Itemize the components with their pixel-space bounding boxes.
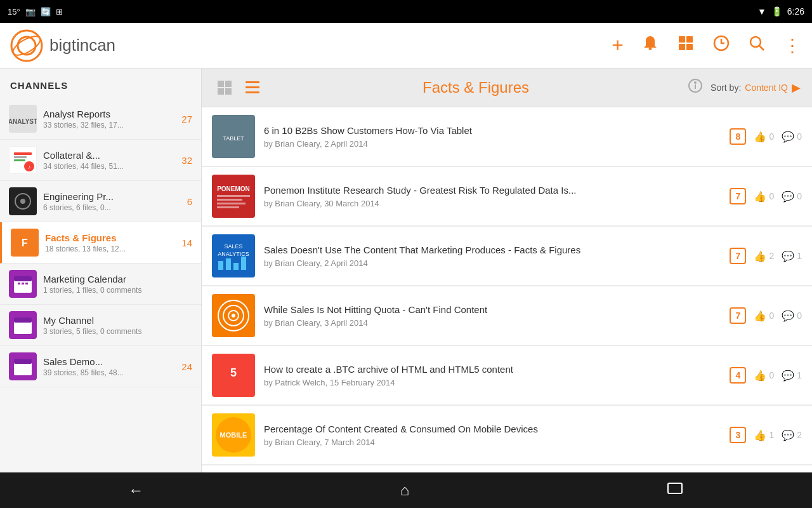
svg-rect-16 xyxy=(14,159,25,161)
channel-info: Collateral &... 34 stories, 44 files, 51… xyxy=(43,150,172,171)
channel-info: My Channel 3 stories, 5 files, 0 comment… xyxy=(43,315,192,336)
comment-area: 💬 0 xyxy=(782,190,802,203)
recents-button[interactable] xyxy=(666,481,684,499)
story-title: Percentage Of Content Created & Consumed… xyxy=(264,423,730,436)
svg-point-45 xyxy=(695,82,696,83)
more-button[interactable]: ⋮ xyxy=(783,35,802,56)
history-button[interactable] xyxy=(712,34,730,57)
story-item[interactable]: While Sales Is Not Hitting Quota - Can't… xyxy=(202,286,812,345)
sort-area[interactable]: Sort by: Content IQ ▶ xyxy=(710,81,801,95)
channel-meta: 6 stories, 6 files, 0... xyxy=(43,203,172,212)
story-thumbnail: TABLET xyxy=(212,115,255,158)
iq-badge: 8 xyxy=(730,128,746,145)
channel-item-collateral[interactable]: ♪ Collateral &... 34 stories, 44 files, … xyxy=(0,140,201,181)
iq-badge: 7 xyxy=(730,307,746,324)
like-icon: 👍 xyxy=(754,131,766,143)
svg-point-3 xyxy=(649,48,652,50)
like-area: 👍 2 xyxy=(754,250,774,262)
channel-info: Engineering Pr... 6 stories, 6 files, 0.… xyxy=(43,191,172,212)
story-author: by Brian Cleary, 2 April 2014 xyxy=(264,139,730,149)
sort-label: Sort by: xyxy=(710,83,741,93)
info-icon[interactable] xyxy=(688,78,703,97)
like-area: 👍 0 xyxy=(754,310,774,322)
svg-rect-28 xyxy=(22,283,24,284)
channel-item-sales-demo[interactable]: Sales Demo... 39 stories, 85 files, 48..… xyxy=(0,346,201,387)
comment-count: 0 xyxy=(797,311,802,321)
channel-meta: 39 stories, 85 files, 48... xyxy=(43,368,172,377)
status-right: ▼ 🔋 6:26 xyxy=(757,6,804,17)
svg-rect-57 xyxy=(218,261,223,270)
app-logo xyxy=(10,29,43,62)
svg-rect-50 xyxy=(217,195,250,197)
channel-item-analyst-reports[interactable]: ANALYST Analyst Reports 33 stories, 32 f… xyxy=(0,98,201,140)
svg-line-10 xyxy=(759,46,764,50)
notifications-button[interactable] xyxy=(641,34,659,57)
story-thumbnail: SALESANALYTICS xyxy=(212,234,255,277)
channel-thumb xyxy=(9,270,37,298)
channel-name: Collateral &... xyxy=(43,150,172,161)
story-item[interactable]: MOBILE Percentage Of Content Created & C… xyxy=(202,406,812,464)
channel-thumb xyxy=(9,187,37,215)
svg-rect-32 xyxy=(14,318,32,323)
like-count: 0 xyxy=(769,191,774,201)
story-title: Ponemon Institute Research Study - Great… xyxy=(264,184,730,197)
iq-badge: 4 xyxy=(730,367,746,384)
svg-rect-5 xyxy=(686,36,693,43)
story-item[interactable]: PONEMON Ponemon Institute Research Study… xyxy=(202,167,812,225)
svg-text:MOBILE: MOBILE xyxy=(220,431,247,439)
story-info: Sales Doesn't Use The Content That Marke… xyxy=(264,244,730,269)
svg-rect-38 xyxy=(218,88,224,95)
svg-point-65 xyxy=(232,314,235,318)
header-actions: + ⋮ xyxy=(612,34,802,57)
svg-text:5: 5 xyxy=(230,366,237,379)
list-view-toggle[interactable] xyxy=(241,76,264,99)
home-button[interactable]: ⌂ xyxy=(400,481,410,499)
clock: 6:26 xyxy=(787,6,804,17)
channel-item-my-channel[interactable]: My Channel 3 stories, 5 files, 0 comment… xyxy=(0,305,201,346)
story-item[interactable]: TABLET 6 in 10 B2Bs Show Customers How-T… xyxy=(202,107,812,166)
iq-badge: 7 xyxy=(730,188,746,204)
channel-item-facts-figures[interactable]: F Facts & Figures 18 stories, 13 files, … xyxy=(0,222,201,264)
like-count: 1 xyxy=(769,430,774,440)
channel-item-engineering[interactable]: Engineering Pr... 6 stories, 6 files, 0.… xyxy=(0,181,201,222)
svg-rect-26 xyxy=(14,276,32,281)
story-meta: 3 👍 1 💬 2 xyxy=(730,427,802,443)
channel-thumb: ANALYST xyxy=(9,105,37,133)
story-author: by Brian Cleary, 3 April 2014 xyxy=(264,318,730,328)
like-count: 2 xyxy=(769,251,774,261)
story-title: Sales Doesn't Use The Content That Marke… xyxy=(264,244,730,257)
search-button[interactable] xyxy=(748,34,766,57)
svg-rect-39 xyxy=(225,88,232,95)
story-thumbnail: PONEMON xyxy=(212,175,255,218)
back-button[interactable]: ← xyxy=(128,481,143,499)
comment-icon: 💬 xyxy=(782,131,794,143)
story-item[interactable]: SALES Tablet Technology Used By Sales To… xyxy=(202,465,812,472)
story-info: How to create a .BTC archive of HTML and… xyxy=(264,363,730,388)
svg-rect-14 xyxy=(14,152,32,155)
grid-view-toggle[interactable] xyxy=(213,76,236,99)
story-item[interactable]: 5 How to create a .BTC archive of HTML a… xyxy=(202,346,812,404)
svg-text:ANALYTICS: ANALYTICS xyxy=(218,251,249,257)
channel-count: 14 xyxy=(177,237,192,248)
channel-meta: 18 stories, 13 files, 12... xyxy=(45,244,172,253)
story-thumbnail: 5 xyxy=(212,354,255,397)
channels-header: CHANNELS xyxy=(0,69,201,98)
comment-count: 0 xyxy=(797,131,802,142)
channel-thumb xyxy=(9,352,37,380)
story-item[interactable]: SALESANALYTICS Sales Doesn't Use The Con… xyxy=(202,227,812,285)
channel-meta: 1 stories, 1 files, 0 comments xyxy=(43,286,192,295)
comment-count: 1 xyxy=(797,251,802,261)
story-author: by Patrick Welch, 15 February 2014 xyxy=(264,378,730,387)
sort-arrow-icon: ▶ xyxy=(792,81,801,95)
channel-count: 32 xyxy=(177,155,192,166)
story-thumbnail: MOBILE xyxy=(212,413,255,457)
channel-name: Marketing Calendar xyxy=(43,274,192,284)
channel-info: Analyst Reports 33 stories, 32 files, 17… xyxy=(43,109,172,130)
add-button[interactable]: + xyxy=(612,34,624,57)
status-sync-icon: 🔄 xyxy=(41,7,51,17)
channel-thumb: F xyxy=(11,229,39,257)
bottom-nav: ← ⌂ xyxy=(0,472,812,508)
channel-item-marketing-calendar[interactable]: Marketing Calendar 1 stories, 1 files, 0… xyxy=(0,264,201,305)
content-header: Facts & Figures Sort by: Content IQ ▶ xyxy=(202,69,812,107)
grid-view-button[interactable] xyxy=(677,34,695,57)
